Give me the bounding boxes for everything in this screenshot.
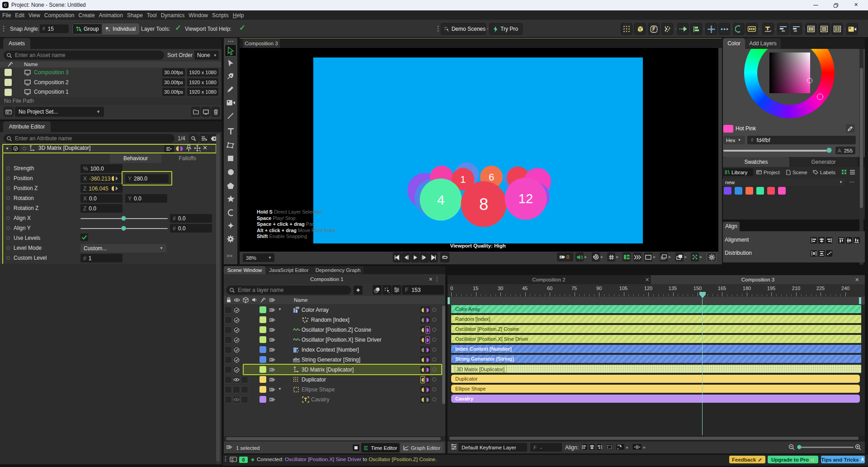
svg-text:6: 6	[489, 172, 494, 183]
svg-text:12: 12	[519, 191, 533, 206]
svg-text:0: 0	[566, 254, 569, 260]
svg-text:1: 1	[460, 174, 466, 185]
svg-text:abc: abc	[293, 357, 300, 362]
svg-text:8: 8	[479, 195, 488, 214]
svg-text:4: 4	[437, 192, 445, 207]
